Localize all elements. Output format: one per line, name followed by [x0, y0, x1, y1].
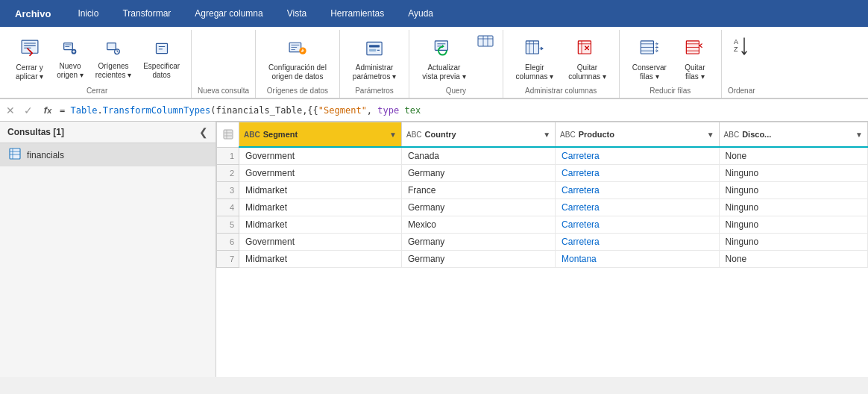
- group-label-cerrar: Cerrar: [87, 87, 107, 96]
- producto-cell: Carretera: [556, 147, 720, 165]
- ribbon-group-origenes: Configuración delorigen de datos Orígene…: [256, 30, 340, 98]
- sidebar: Consultas [1] ❮ financials: [0, 122, 216, 377]
- svg-rect-19: [10, 148, 20, 159]
- sort-az-button[interactable]: A Z: [729, 31, 754, 61]
- country-cell: Germany: [401, 234, 555, 251]
- sidebar-item-financials[interactable]: financials: [0, 143, 216, 166]
- disco-cell: Ninguno: [719, 234, 867, 251]
- group-cerrar-buttons: Cerrar yaplicar ▾ Nuevoorigen ▾: [9, 31, 185, 85]
- cerrar-aplicar-button[interactable]: Cerrar yaplicar ▾: [9, 31, 50, 85]
- svg-rect-8: [367, 42, 382, 54]
- config-origen-icon: [284, 35, 311, 62]
- data-table: ABC Segment ▼ ABC Country ▼: [216, 122, 868, 268]
- ribbon-group-query: Actualizarvista previa ▾ Query: [409, 30, 503, 98]
- data-grid[interactable]: ABC Segment ▼ ABC Country ▼: [216, 122, 868, 377]
- segment-cell: Government: [239, 147, 402, 165]
- col-header-country[interactable]: ABC Country ▼: [401, 122, 555, 148]
- disco-filter-button[interactable]: ▼: [855, 131, 863, 139]
- row-num-cell: 7: [217, 251, 239, 268]
- formula-fx-label: fx: [39, 101, 57, 119]
- segment-cell: Government: [239, 165, 402, 182]
- table-icon: [477, 35, 494, 47]
- segment-cell: Midmarket: [239, 199, 402, 216]
- group-origenes-buttons: Configuración delorigen de datos: [262, 31, 333, 85]
- origenes-recientes-button[interactable]: Orígenesrecientes ▾: [90, 31, 136, 82]
- col-header-disco[interactable]: ABC Disco... ▼: [719, 122, 867, 148]
- table-icon-button[interactable]: [474, 33, 497, 49]
- disco-type-icon: ABC: [724, 131, 740, 139]
- svg-text:A: A: [734, 38, 738, 46]
- formula-input[interactable]: = Table.TransformColumnTypes(financials_…: [60, 105, 865, 116]
- ribbon-group-reducir-filas: Conservarfilas ▾ Quitarfilas ▾: [620, 30, 722, 98]
- group-label-origenes: Orígenes de datos: [267, 87, 328, 96]
- country-cell: France: [401, 182, 555, 199]
- especificar-datos-label: Especificardatos: [143, 62, 180, 80]
- group-query-buttons: Actualizarvista previa ▾: [415, 31, 496, 85]
- table-row: 2GovernmentGermanyCarreteraNinguno: [217, 165, 868, 182]
- conservar-filas-label: Conservarfilas ▾: [632, 63, 667, 81]
- country-cell: Canada: [401, 147, 555, 165]
- formula-cancel-button[interactable]: ✕: [3, 103, 18, 118]
- sidebar-header: Consultas [1] ❮: [0, 122, 216, 143]
- tab-herramientas[interactable]: Herramientas: [318, 0, 396, 27]
- svg-rect-11: [435, 41, 448, 50]
- producto-cell: Carretera: [556, 199, 720, 216]
- segment-filter-button[interactable]: ▼: [389, 131, 397, 139]
- sidebar-item-label-financials: financials: [27, 150, 64, 160]
- group-label-reducir-filas: Reducir filas: [650, 87, 691, 96]
- quitar-filas-button[interactable]: Quitarfilas ▾: [675, 31, 715, 85]
- ribbon-group-admin-columnas: Elegircolumnas ▾ Quitarcolumnas ▾: [503, 30, 620, 98]
- ribbon-group-nueva-consulta: Nueva consulta: [192, 30, 256, 98]
- col-header-segment[interactable]: ABC Segment ▼: [239, 122, 402, 148]
- group-label-parametros: Parámetros: [355, 87, 394, 96]
- country-filter-button[interactable]: ▼: [543, 131, 550, 139]
- tab-agregar-columna[interactable]: Agregar columna: [183, 0, 274, 27]
- nuevo-origen-button[interactable]: Nuevoorigen ▾: [51, 31, 89, 82]
- elegir-columnas-button[interactable]: Elegircolumnas ▾: [509, 31, 561, 85]
- table-body: 1GovernmentCanadaCarreteraNone2Governmen…: [217, 147, 868, 268]
- producto-cell: Carretera: [556, 165, 720, 182]
- country-cell: Germany: [401, 165, 555, 182]
- table-row: 6GovernmentGermanyCarreteraNinguno: [217, 234, 868, 251]
- actualizar-vista-button[interactable]: Actualizarvista previa ▾: [415, 31, 472, 85]
- tab-archivo[interactable]: Archivo: [0, 0, 66, 27]
- quitar-columnas-button[interactable]: Quitarcolumnas ▾: [562, 31, 613, 85]
- ribbon-groups: Cerrar yaplicar ▾ Nuevoorigen ▾: [0, 30, 868, 98]
- actualizar-vista-label: Actualizarvista previa ▾: [422, 63, 465, 81]
- group-label-ordenar: Ordenar: [728, 87, 755, 96]
- especificar-datos-button[interactable]: Especificardatos: [138, 31, 185, 82]
- sidebar-collapse-button[interactable]: ❮: [199, 126, 208, 138]
- table-row: 1GovernmentCanadaCarreteraNone: [217, 147, 868, 165]
- row-num-cell: 4: [217, 199, 239, 216]
- tab-vista[interactable]: Vista: [275, 0, 318, 27]
- disco-cell: None: [719, 251, 867, 268]
- elegir-columnas-label: Elegircolumnas ▾: [516, 63, 554, 81]
- ribbon-group-ordenar: A Z Ordenar: [722, 30, 761, 98]
- tab-transformar[interactable]: Transformar: [110, 0, 183, 27]
- config-origen-button[interactable]: Configuración delorigen de datos: [262, 31, 333, 85]
- tab-ayuda[interactable]: Ayuda: [396, 0, 445, 27]
- tab-inicio[interactable]: Inicio: [66, 0, 110, 27]
- row-num-cell: 2: [217, 165, 239, 182]
- administrar-parametros-label: Administrarparámetros ▾: [353, 63, 396, 81]
- administrar-parametros-button[interactable]: Administrarparámetros ▾: [346, 31, 403, 85]
- conservar-filas-button[interactable]: Conservarfilas ▾: [626, 31, 673, 85]
- disco-cell: Ninguno: [719, 216, 867, 234]
- group-admin-columnas-buttons: Elegircolumnas ▾ Quitarcolumnas ▾: [509, 31, 613, 85]
- ribbon-group-cerrar: Cerrar yaplicar ▾ Nuevoorigen ▾: [3, 30, 192, 98]
- col-header-producto[interactable]: ABC Producto ▼: [556, 122, 720, 148]
- group-label-admin-columnas: Administrar columnas: [525, 87, 597, 96]
- country-cell: Germany: [401, 199, 555, 216]
- formula-accept-button[interactable]: ✓: [21, 103, 36, 118]
- disco-cell: Ninguno: [719, 199, 867, 216]
- producto-filter-button[interactable]: ▼: [707, 131, 714, 139]
- ribbon-group-parametros: Administrarparámetros ▾ Parámetros: [340, 30, 409, 98]
- segment-type-icon: ABC: [244, 131, 260, 139]
- administrar-parametros-icon: [361, 35, 388, 62]
- nuevo-origen-icon: [58, 37, 82, 60]
- elegir-columnas-icon: [521, 35, 548, 62]
- conservar-filas-icon: [636, 35, 663, 62]
- sort-az-icon: A Z: [732, 35, 750, 57]
- country-cell: Mexico: [401, 216, 555, 234]
- svg-rect-13: [526, 41, 538, 54]
